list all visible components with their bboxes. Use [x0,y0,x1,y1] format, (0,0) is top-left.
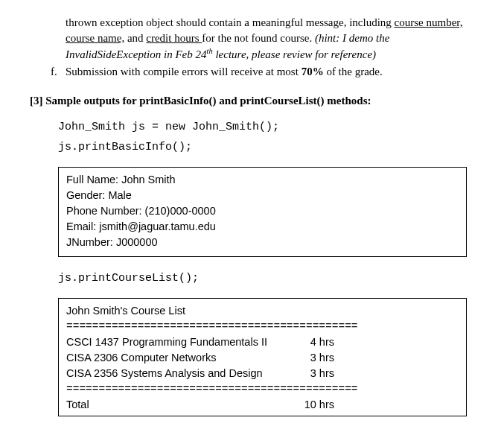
list-marker: f. [51,64,66,80]
text: of the grade. [324,66,383,77]
code-line: js.printBasicInfo(); [58,139,482,155]
text: and [124,32,146,44]
output-line: Phone Number: (210)000-0000 [66,203,459,219]
text: thrown exception object should contain a… [66,16,395,28]
course-row: CISA 2356 Systems Analysis and Design 3 … [66,366,459,381]
total-row: Total 10 hrs [66,397,459,413]
total-label: Total [66,397,297,413]
superscript: th [207,47,213,55]
course-name: CISA 2356 Systems Analysis and Design [66,366,297,381]
hint-text: lecture, please review for reference) [213,48,376,60]
output-line: Full Name: John Smith [66,172,459,188]
course-name: CSCI 1437 Programming Fundamentals II [66,334,297,350]
bold-text: 70% [302,66,324,77]
underlined-text: course number, [395,16,463,28]
total-hours: 10 hrs [297,397,334,413]
output-line: Gender: Male [66,188,459,203]
divider-line: ========================================… [66,319,459,334]
text: for the not found course. [202,32,315,44]
list-item-f: f. Submission with compile errors will r… [51,64,482,80]
code-line: John_Smith js = new John_Smith(); [58,119,482,135]
section-3-heading: [3] Sample outputs for printBasicInfo() … [30,93,482,109]
divider-line: ========================================… [66,381,459,397]
output-line: Email: jsmith@jaguar.tamu.edu [66,219,459,235]
course-hours: 3 hrs [297,366,334,381]
course-row: CISA 2306 Computer Networks 3 hrs [66,350,459,366]
list-item-continuation: thrown exception object should contain a… [51,15,482,63]
course-hours: 4 hrs [297,334,334,350]
course-hours: 3 hrs [297,350,334,366]
courselist-title: John Smith's Course List [66,303,459,319]
text: Submission with compile errors will rece… [66,66,302,77]
output-box-basicinfo: Full Name: John Smith Gender: Male Phone… [58,167,467,257]
course-row: CSCI 1437 Programming Fundamentals II 4 … [66,334,459,350]
output-box-courselist: John Smith's Course List ===============… [58,298,467,416]
output-line: JNumber: J000000 [66,235,459,250]
code-line: js.printCourseList(); [58,270,482,286]
underlined-text: course name, [66,32,124,44]
course-name: CISA 2306 Computer Networks [66,350,297,366]
underlined-text: credit hours [146,32,202,44]
